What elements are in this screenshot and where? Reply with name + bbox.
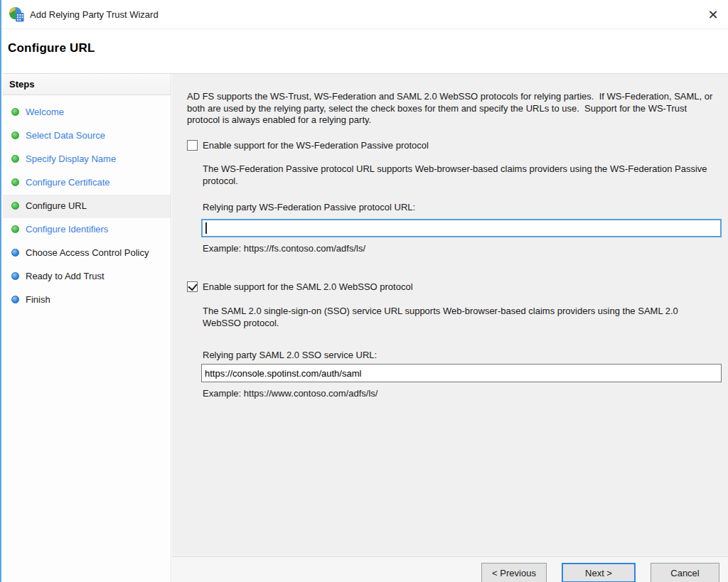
sidebar-item-configure-certificate[interactable]: Configure Certificate — [3, 171, 171, 195]
sidebar-item-ready-to-add-trust: Ready to Add Trust — [3, 265, 171, 289]
saml-url-input-wrap — [201, 364, 722, 382]
step-status-dot — [11, 225, 19, 233]
wsfed-checkbox-row: Enable support for the WS-Federation Pas… — [187, 140, 429, 151]
saml-url-label: Relying party SAML 2.0 SSO service URL: — [203, 350, 377, 360]
saml-checkbox-row: Enable support for the SAML 2.0 WebSSO p… — [187, 281, 413, 292]
next-button[interactable]: Next > — [562, 563, 636, 582]
sidebar-item-select-data-source[interactable]: Select Data Source — [3, 124, 171, 148]
step-status-dot — [11, 131, 19, 139]
cancel-button[interactable]: Cancel — [651, 563, 719, 582]
window-title: Add Relying Party Trust Wizard — [30, 9, 159, 20]
sidebar-item-configure-url: Configure URL — [3, 195, 171, 218]
sidebar-item-finish: Finish — [3, 289, 171, 312]
saml-example-text: Example: https://www.contoso.com/adfs/ls… — [203, 388, 378, 399]
sidebar-item-welcome[interactable]: Welcome — [3, 101, 171, 124]
text-caret — [205, 222, 207, 234]
footer-button-bar: < Previous Next > Cancel — [172, 556, 728, 582]
saml-url-input[interactable] — [201, 364, 722, 382]
step-status-dot — [11, 108, 19, 116]
steps-sidebar: Steps Welcome Select Data Source Specify… — [3, 74, 171, 582]
wsfed-description: The WS-Federation Passive protocol URL s… — [203, 163, 719, 187]
wsfed-url-input[interactable] — [201, 219, 722, 237]
sidebar-item-specify-display-name[interactable]: Specify Display Name — [3, 148, 171, 171]
sidebar-item-choose-access-control-policy: Choose Access Control Policy — [3, 242, 171, 265]
step-status-dot — [11, 178, 19, 186]
saml-checkbox[interactable] — [187, 281, 198, 292]
step-status-dot — [11, 296, 19, 303]
wizard-window: Add Relying Party Trust Wizard ✕ Configu… — [0, 0, 728, 582]
step-status-dot — [11, 272, 19, 280]
wsfed-checkbox-label[interactable]: Enable support for the WS-Federation Pas… — [203, 140, 429, 151]
wsfed-example-text: Example: https://fs.contoso.com/adfs/ls/ — [203, 243, 365, 254]
wsfed-url-input-wrap — [201, 219, 722, 237]
steps-list: Welcome Select Data Source Specify Displ… — [3, 101, 171, 312]
titlebar: Add Relying Party Trust Wizard ✕ — [1, 0, 728, 29]
wsfed-checkbox[interactable] — [187, 140, 198, 151]
wsfed-url-label: Relying party WS-Federation Passive prot… — [203, 202, 415, 212]
step-status-dot — [11, 202, 19, 210]
sidebar-item-configure-identifiers[interactable]: Configure Identifiers — [3, 218, 171, 242]
wizard-body: Steps Welcome Select Data Source Specify… — [3, 73, 728, 582]
saml-description: The SAML 2.0 single-sign-on (SSO) servic… — [203, 306, 719, 329]
page-title: Configure URL — [8, 41, 95, 55]
wizard-content: AD FS supports the WS-Trust, WS-Federati… — [172, 74, 728, 556]
intro-text: AD FS supports the WS-Trust, WS-Federati… — [187, 91, 722, 126]
steps-header: Steps — [3, 74, 171, 95]
step-status-dot — [11, 155, 19, 163]
adfs-globe-icon — [9, 6, 25, 23]
previous-button[interactable]: < Previous — [481, 563, 547, 582]
saml-checkbox-label[interactable]: Enable support for the SAML 2.0 WebSSO p… — [203, 281, 413, 292]
close-icon[interactable]: ✕ — [705, 7, 721, 23]
step-status-dot — [11, 249, 19, 257]
